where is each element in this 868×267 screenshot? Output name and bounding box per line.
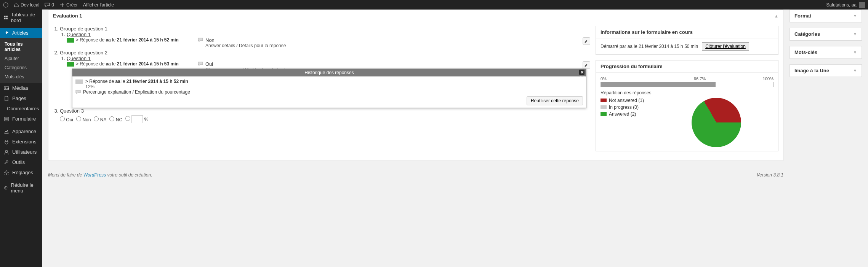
g2q1-edit-button[interactable]: [583, 61, 590, 69]
submenu-all-articles[interactable]: Tous les articles: [0, 40, 42, 54]
repartition-title: Répartition des réponses: [601, 90, 774, 95]
menu-articles[interactable]: Articles: [0, 28, 42, 38]
metabox-tags[interactable]: Mots-clés▼: [790, 46, 862, 59]
submenu-add-article[interactable]: Ajouter: [0, 54, 42, 63]
site-name-link[interactable]: Dev local: [14, 2, 39, 8]
avatar[interactable]: [859, 2, 865, 8]
legend-swatch-na: [601, 99, 607, 102]
form-info-panel: Informations sur le formulaire en cours …: [596, 26, 778, 55]
progress-mid-label: 66.7%: [694, 76, 706, 81]
q3-percent-input[interactable]: [131, 115, 143, 123]
progress-0-label: 0%: [601, 76, 607, 81]
q3-option-pct[interactable]: %: [125, 115, 148, 123]
comments-link[interactable]: 0: [45, 2, 54, 8]
site-name: Dev local: [21, 2, 39, 8]
menu-tools-label: Outils: [12, 159, 25, 165]
panel-toggle-icon[interactable]: ▲: [774, 14, 778, 18]
wordpress-link[interactable]: WordPress: [83, 172, 106, 178]
metabox-categories[interactable]: Catégories▼: [790, 28, 862, 41]
menu-dashboard-label: Tableau de bord: [11, 12, 38, 23]
pie-chart: [692, 98, 741, 147]
evaluation-panel: Evaluation 1 ▲ Groupe de question 1: [48, 10, 783, 161]
answered-chip-icon: [67, 38, 74, 43]
chevron-down-icon: ▼: [853, 14, 857, 18]
menu-forms-label: Formulaire: [12, 116, 36, 122]
menu-dashboard[interactable]: Tableau de bord: [0, 10, 42, 25]
menu-tools[interactable]: Outils: [0, 157, 42, 167]
progress-fill: [601, 82, 716, 87]
history-percent: 12%: [85, 84, 583, 89]
legend-swatch-ip: [601, 105, 607, 109]
menu-media-label: Médias: [12, 85, 28, 91]
q3-option-non[interactable]: Non: [76, 116, 91, 122]
q3-option-oui[interactable]: Oui: [60, 116, 73, 122]
submenu-tags[interactable]: Mots-clés: [0, 72, 42, 81]
menu-pages[interactable]: Pages: [0, 93, 42, 103]
q3-option-nc[interactable]: NC: [109, 116, 122, 122]
menu-media[interactable]: Médias: [0, 83, 42, 93]
view-article-link[interactable]: Afficher l'article: [83, 2, 114, 8]
comment-bubble-icon: [198, 61, 203, 67]
g1q1-value: Non: [205, 37, 580, 43]
g2q1-value: Oui: [205, 61, 580, 67]
menu-collapse[interactable]: Réduire le menu: [0, 180, 42, 184]
submenu-categories[interactable]: Catégories: [0, 63, 42, 72]
progress-bar: [601, 82, 774, 87]
submenu-articles: Tous les articles Ajouter Catégories Mot…: [0, 38, 42, 83]
g1q1-answer-meta: > Réponse de aa le 21 février 2014 à 15 …: [76, 37, 179, 43]
menu-settings-label: Réglages: [12, 170, 33, 175]
menu-plugins[interactable]: Extensions: [0, 137, 42, 147]
history-percent-explain: Percentage explanation / Explication du …: [83, 89, 190, 95]
progress-header: Progression du formulaire: [601, 64, 663, 69]
create-label: Créer: [66, 2, 78, 8]
pencil-icon: [584, 63, 589, 67]
metabox-format-label: Format: [794, 13, 811, 19]
menu-users-label: Utilisateurs: [12, 149, 37, 155]
group2-question1-link[interactable]: Question 1: [67, 56, 91, 61]
history-expand-button[interactable]: [580, 76, 585, 81]
evaluation-title: Evaluation 1: [53, 13, 82, 19]
history-title: Historique des réponses: [304, 70, 354, 75]
menu-forms[interactable]: Formulaire: [0, 114, 42, 124]
legend-ip: In progress (0): [609, 105, 639, 110]
metabox-featured-label: Image à la Une: [794, 68, 829, 73]
metabox-tags-label: Mots-clés: [794, 49, 817, 55]
admin-bar: Dev local 0 Créer Afficher l'article Sal…: [0, 0, 868, 10]
group2-title: Groupe de question 2: [60, 50, 107, 56]
metabox-format[interactable]: Format▼: [790, 10, 862, 22]
chevron-down-icon: ▼: [853, 32, 857, 36]
menu-settings[interactable]: Réglages: [0, 167, 42, 178]
legend-na: Not answered (1): [609, 98, 644, 103]
history-chip-icon: [75, 79, 83, 84]
metabox-categories-label: Catégories: [794, 31, 820, 37]
g2q1-answer-meta: > Réponse de aa le 21 février 2014 à 15 …: [76, 61, 179, 67]
menu-plugins-label: Extensions: [12, 139, 37, 145]
history-close-button[interactable]: ✕: [579, 70, 585, 75]
menu-comments-label: Commentaires: [7, 106, 39, 111]
form-info-header: Informations sur le formulaire en cours: [601, 29, 693, 35]
menu-collapse-label: Réduire le menu: [11, 182, 38, 184]
close-evaluation-button[interactable]: Clôturer l'évaluation: [702, 42, 749, 51]
chevron-down-icon: ▼: [853, 68, 857, 73]
history-popup: Historique des réponses ✕ > Réponse de a…: [72, 68, 586, 108]
version-label: Version 3.8.1: [757, 172, 783, 178]
menu-appearance[interactable]: Apparence: [0, 126, 42, 137]
menu-users[interactable]: Utilisateurs: [0, 147, 42, 157]
comment-bubble-icon: [198, 37, 203, 43]
wp-logo[interactable]: [3, 2, 8, 8]
progress-100-label: 100%: [763, 76, 774, 81]
form-started-text: Démarré par aa le 21 février 2014 à 15 h…: [601, 44, 698, 49]
reuse-answer-button[interactable]: Réutiliser cette réponse: [527, 96, 583, 105]
greeting[interactable]: Salutations, aa: [826, 2, 857, 8]
history-answer-meta: > Réponse de aa le 21 février 2014 à 15 …: [85, 79, 188, 84]
chevron-down-icon: ▼: [853, 50, 857, 54]
metabox-featured-image[interactable]: Image à la Une▼: [790, 64, 862, 77]
q3-option-na[interactable]: NA: [94, 116, 106, 122]
group1-question1-link[interactable]: Question 1: [67, 32, 91, 37]
new-content-link[interactable]: Créer: [59, 2, 78, 8]
menu-comments[interactable]: Commentaires: [0, 103, 42, 114]
legend-an: Answered (2): [609, 111, 636, 117]
g1q1-edit-button[interactable]: [583, 37, 590, 45]
footer: Merci de faire de WordPress votre outil …: [48, 172, 783, 178]
menu-articles-label: Articles: [12, 30, 29, 36]
